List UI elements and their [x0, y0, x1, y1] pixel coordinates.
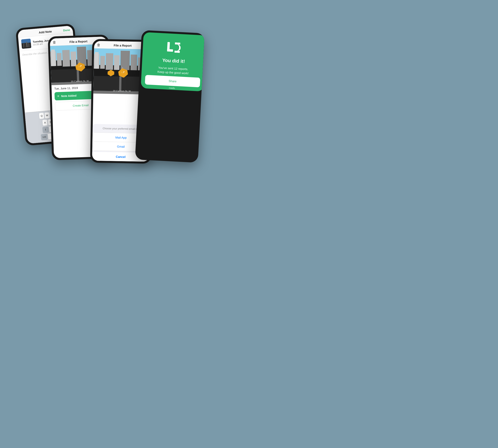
svg-rect-11: [57, 53, 62, 66]
svg-text:↑↗: ↑↗: [78, 64, 82, 68]
svg-rect-44: [177, 51, 180, 53]
svg-rect-30: [120, 51, 130, 70]
svg-rect-42: [167, 49, 173, 52]
create-email-label: Create Email: [72, 103, 88, 107]
svg-rect-10: [51, 49, 55, 66]
key-w[interactable]: W: [44, 112, 50, 118]
trash-icon-3[interactable]: 🗑: [97, 43, 100, 47]
svg-rect-35: [119, 76, 121, 91]
svg-rect-26: [95, 52, 99, 69]
trash-icon[interactable]: 🗑: [52, 40, 56, 45]
success-subtitle: You've sent 12 reports.Keep up the good …: [157, 65, 189, 75]
svg-rect-28: [105, 53, 113, 70]
add-note-title: Add Note: [38, 30, 52, 34]
file-report-title-3: File a Report: [114, 44, 132, 47]
note-added-label: Note Added: [61, 94, 76, 97]
note-thumbnail: [21, 38, 31, 49]
key-a[interactable]: A: [42, 119, 48, 126]
key-numbers[interactable]: 123: [41, 134, 47, 140]
svg-rect-27: [100, 56, 105, 69]
note-lines-icon: ≡: [57, 94, 59, 98]
svg-rect-43: [177, 42, 180, 45]
key-q[interactable]: Q: [39, 113, 44, 119]
success-title: You did it!: [162, 57, 185, 64]
svg-text:↑↗: ↑↗: [121, 70, 125, 74]
done-button[interactable]: Done: [63, 28, 70, 32]
phone-screen-4: You did it! You've sent 12 reports.Keep …: [135, 30, 204, 163]
svg-rect-29: [114, 55, 120, 70]
key-shift[interactable]: ⇧: [42, 127, 49, 133]
app-logo: [166, 41, 182, 54]
success-subtitle-text: You've sent 12 reports.Keep up the good …: [157, 66, 189, 75]
svg-rect-31: [130, 54, 137, 70]
svg-rect-12: [62, 50, 70, 66]
svg-rect-13: [70, 51, 76, 66]
svg-rect-14: [77, 47, 86, 66]
file-report-title-2: File a Report: [69, 39, 87, 43]
